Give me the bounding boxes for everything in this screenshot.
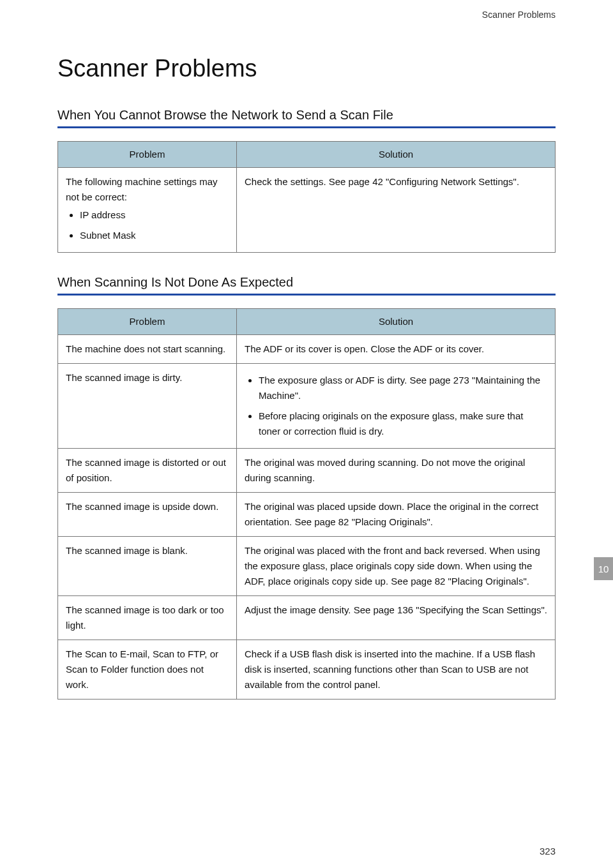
section2-row0-problem: The machine does not start scanning. — [58, 335, 237, 364]
page-title: Scanner Problems — [57, 55, 556, 82]
section2-row5-problem: The scanned image is too dark or too lig… — [58, 596, 237, 640]
list-item: Before placing originals on the exposure… — [259, 408, 547, 439]
section2-row3-solution: The original was placed upside down. Pla… — [237, 493, 556, 537]
page: Scanner Problems Scanner Problems When Y… — [0, 0, 613, 868]
section2-rule — [57, 294, 556, 296]
section1-row0-problem-intro: The following machine settings may not b… — [66, 176, 218, 202]
table-row: The scanned image is distorted or out of… — [58, 449, 556, 493]
section1-row0-problem: The following machine settings may not b… — [58, 168, 237, 253]
table-row: The scanned image is upside down. The or… — [58, 493, 556, 537]
table-row: The scanned image is too dark or too lig… — [58, 596, 556, 640]
table-row: The scanned image is dirty. The exposure… — [58, 364, 556, 449]
table-row: The scanned image is blank. The original… — [58, 537, 556, 596]
section2-row1-solution-list: The exposure glass or ADF is dirty. See … — [245, 373, 547, 439]
table-row: The following machine settings may not b… — [58, 168, 556, 253]
section2-row0-solution: The ADF or its cover is open. Close the … — [237, 335, 556, 364]
table-row: The machine does not start scanning. The… — [58, 335, 556, 364]
section2-row3-problem: The scanned image is upside down. — [58, 493, 237, 537]
section1-row0-solution: Check the settings. See page 42 "Configu… — [237, 168, 556, 253]
list-item: IP address — [80, 207, 229, 223]
section2-row2-problem: The scanned image is distorted or out of… — [58, 449, 237, 493]
section1-col-solution: Solution — [237, 142, 556, 168]
section2-row6-problem: The Scan to E-mail, Scan to FTP, or Scan… — [58, 640, 237, 700]
section2-row2-solution: The original was moved during scanning. … — [237, 449, 556, 493]
section1-heading: When You Cannot Browse the Network to Se… — [57, 108, 556, 126]
section2-heading: When Scanning Is Not Done As Expected — [57, 275, 556, 294]
section2-col-problem: Problem — [58, 309, 237, 335]
section1-rule — [57, 126, 556, 128]
section2-row1-problem: The scanned image is dirty. — [58, 364, 237, 449]
section2-table: Problem Solution The machine does not st… — [57, 308, 556, 700]
section2-row4-solution: The original was placed with the front a… — [237, 537, 556, 596]
list-item: The exposure glass or ADF is dirty. See … — [259, 373, 547, 403]
table-row: The Scan to E-mail, Scan to FTP, or Scan… — [58, 640, 556, 700]
chapter-tab: 10 — [594, 557, 613, 580]
section2-row6-solution: Check if a USB flash disk is inserted in… — [237, 640, 556, 700]
section2-row5-solution: Adjust the image density. See page 136 "… — [237, 596, 556, 640]
running-header: Scanner Problems — [57, 10, 556, 20]
list-item: Subnet Mask — [80, 228, 229, 243]
section1-header-row: Problem Solution — [58, 142, 556, 168]
section1-col-problem: Problem — [58, 142, 237, 168]
section2-header-row: Problem Solution — [58, 309, 556, 335]
section2-col-solution: Solution — [237, 309, 556, 335]
section1-row0-problem-list: IP address Subnet Mask — [66, 207, 229, 243]
section1-table: Problem Solution The following machine s… — [57, 141, 556, 253]
section2-row4-problem: The scanned image is blank. — [58, 537, 237, 596]
section2-row1-solution: The exposure glass or ADF is dirty. See … — [237, 364, 556, 449]
page-number: 323 — [540, 846, 556, 857]
